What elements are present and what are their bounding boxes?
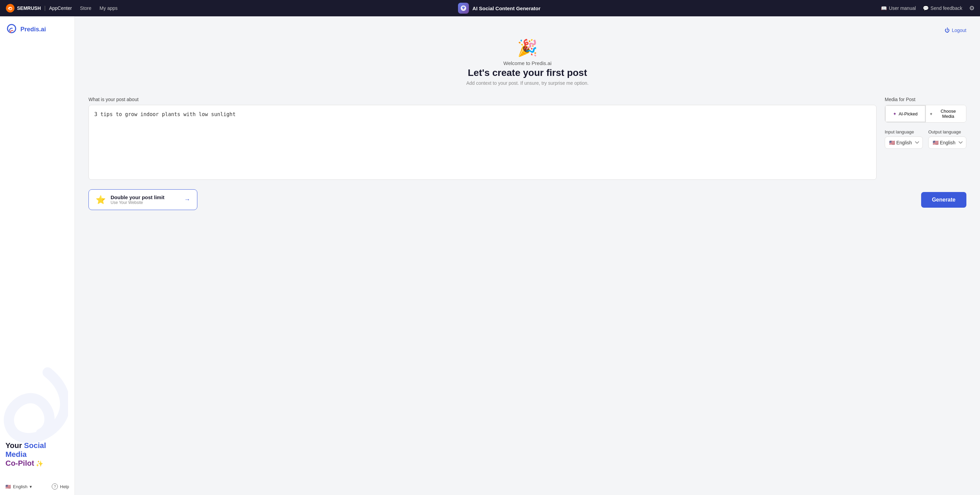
power-icon: ⏻ — [945, 27, 950, 33]
language-section: Input language 🇺🇸 English Output languag… — [885, 129, 966, 149]
predis-logo-text: Predis.ai — [21, 26, 46, 33]
welcome-subtitle: Welcome to Predis.ai — [89, 60, 966, 66]
arrow-right-icon: → — [184, 196, 190, 203]
nav-links: Store My apps — [80, 5, 118, 11]
star-icon: ⭐ — [95, 195, 106, 205]
svg-point-0 — [6, 4, 14, 12]
media-tabs: ✦ AI-Picked + Choose Media — [885, 105, 966, 123]
welcome-emoji: 🎉 — [89, 38, 966, 57]
semrush-label: SEMRUSH — [17, 5, 41, 11]
output-language-group: Output language 🇺🇸 English — [928, 129, 966, 149]
sidebar: Predis.ai Your Social Media Co-Pilot ✨ 🇺… — [0, 16, 75, 495]
tagline-stars: ✨ — [36, 460, 43, 467]
user-manual-button[interactable]: 📖 User manual — [881, 5, 916, 11]
book-icon: 📖 — [881, 5, 887, 11]
page-layout: Predis.ai Your Social Media Co-Pilot ✨ 🇺… — [0, 16, 980, 495]
nav-right-actions: 📖 User manual 💬 Send feedback ⚙ — [881, 5, 975, 12]
language-row: Input language 🇺🇸 English Output languag… — [885, 129, 966, 149]
welcome-title: Let's create your first post — [89, 67, 966, 78]
input-language-select[interactable]: 🇺🇸 English — [885, 137, 923, 149]
welcome-section: 🎉 Welcome to Predis.ai Let's create your… — [89, 38, 966, 86]
output-language-label: Output language — [928, 129, 966, 134]
my-apps-link[interactable]: My apps — [100, 5, 118, 11]
semrush-brand[interactable]: SEMRUSH | AppCenter — [5, 3, 72, 13]
sidebar-tagline: Your Social Media Co-Pilot ✨ — [5, 441, 69, 488]
choose-media-tab[interactable]: + Choose Media — [926, 105, 966, 122]
plus-icon: + — [930, 111, 933, 116]
send-feedback-label: Send feedback — [931, 5, 962, 11]
output-language-select[interactable]: 🇺🇸 English — [928, 137, 966, 149]
nav-center: AI Social Content Generator — [118, 3, 881, 14]
double-limit-sub: Use Your Website — [111, 200, 179, 205]
media-label: Media for Post — [885, 97, 966, 102]
double-limit-button[interactable]: ⭐ Double your post limit Use Your Websit… — [89, 189, 197, 210]
appcenter-label: AppCenter — [49, 5, 72, 11]
ai-picked-label: AI-Picked — [899, 111, 918, 116]
logout-row: ⏻ Logout — [89, 27, 966, 33]
tagline-your: Your — [5, 441, 24, 450]
magic-icon: ✦ — [893, 111, 897, 116]
app-title: AI Social Content Generator — [472, 5, 540, 11]
post-input-label: What is your post about — [89, 97, 877, 102]
media-section: Media for Post ✦ AI-Picked + Choose Medi… — [885, 97, 966, 181]
logout-button[interactable]: ⏻ Logout — [945, 27, 966, 33]
predis-logo-icon — [5, 23, 18, 35]
ai-picked-tab[interactable]: ✦ AI-Picked — [885, 105, 926, 122]
post-textarea[interactable]: 3 tips to grow indoor plants with low su… — [89, 105, 877, 180]
main-content: ⏻ Logout 🎉 Welcome to Predis.ai Let's cr… — [75, 16, 980, 495]
input-language-group: Input language 🇺🇸 English — [885, 129, 923, 149]
semrush-icon — [5, 3, 15, 13]
generate-button[interactable]: Generate — [921, 192, 966, 208]
choose-media-label: Choose Media — [934, 108, 962, 119]
settings-icon[interactable]: ⚙ — [969, 5, 975, 12]
store-link[interactable]: Store — [80, 5, 91, 11]
double-limit-text: Double your post limit Use Your Website — [111, 194, 179, 205]
input-language-label: Input language — [885, 129, 923, 134]
double-limit-title: Double your post limit — [111, 194, 179, 200]
app-icon — [458, 3, 469, 14]
welcome-hint: Add context to your post. If unsure, try… — [89, 80, 966, 86]
logout-label: Logout — [952, 27, 966, 33]
tagline-copilot: Co-Pilot — [5, 459, 34, 468]
bottom-row: ⭐ Double your post limit Use Your Websit… — [89, 189, 966, 210]
send-feedback-button[interactable]: 💬 Send feedback — [923, 5, 962, 11]
sidebar-logo: Predis.ai — [5, 23, 69, 35]
app-logo-icon — [460, 5, 467, 11]
form-area: What is your post about 3 tips to grow i… — [89, 97, 966, 181]
post-input-section: What is your post about 3 tips to grow i… — [89, 97, 877, 181]
brand-divider: | — [44, 5, 46, 11]
feedback-icon: 💬 — [923, 5, 929, 11]
top-navigation: SEMRUSH | AppCenter Store My apps AI Soc… — [0, 0, 980, 16]
user-manual-label: User manual — [889, 5, 916, 11]
